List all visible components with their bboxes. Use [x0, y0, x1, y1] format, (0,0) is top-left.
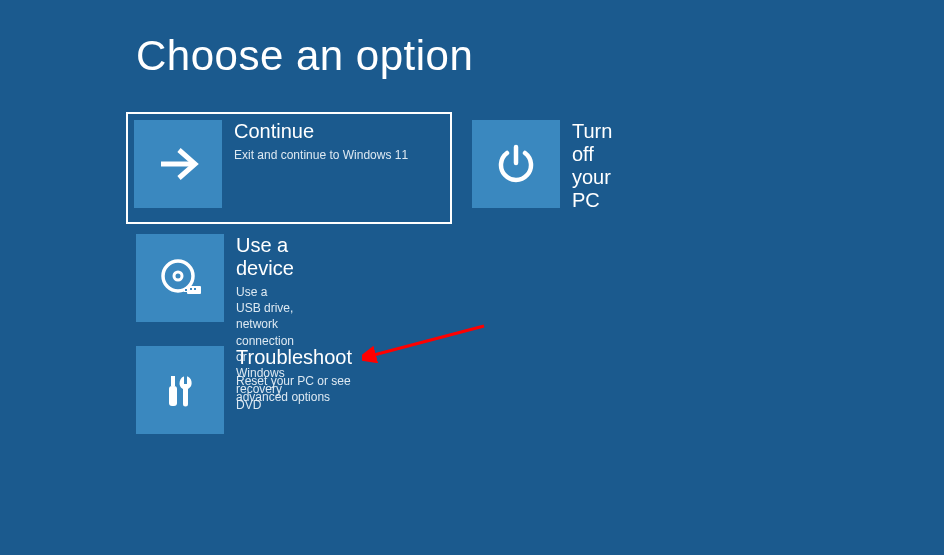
continue-desc: Exit and continue to Windows 11	[234, 147, 408, 163]
tools-icon	[136, 346, 224, 434]
troubleshoot-option[interactable]: Troubleshoot Reset your PC or see advanc…	[136, 346, 352, 434]
annotation-arrow-icon	[362, 318, 492, 368]
svg-point-3	[174, 272, 182, 280]
svg-rect-9	[171, 376, 175, 386]
arrow-right-icon	[134, 120, 222, 208]
svg-rect-10	[169, 386, 177, 406]
svg-line-13	[370, 326, 484, 356]
turn-off-pc-title: Turn off your PC	[572, 120, 612, 212]
disc-usb-icon	[136, 234, 224, 322]
troubleshoot-title: Troubleshoot	[236, 346, 352, 369]
power-icon	[472, 120, 560, 208]
page-title: Choose an option	[136, 32, 473, 80]
svg-rect-6	[185, 289, 187, 291]
svg-rect-7	[190, 288, 192, 290]
continue-title: Continue	[234, 120, 408, 143]
use-a-device-title: Use a device	[236, 234, 294, 280]
troubleshoot-desc: Reset your PC or see advanced options	[236, 373, 352, 405]
svg-rect-11	[184, 375, 187, 384]
turn-off-pc-option[interactable]: Turn off your PC	[472, 120, 612, 216]
continue-option[interactable]: Continue Exit and continue to Windows 11	[128, 114, 450, 222]
svg-rect-8	[194, 288, 196, 290]
